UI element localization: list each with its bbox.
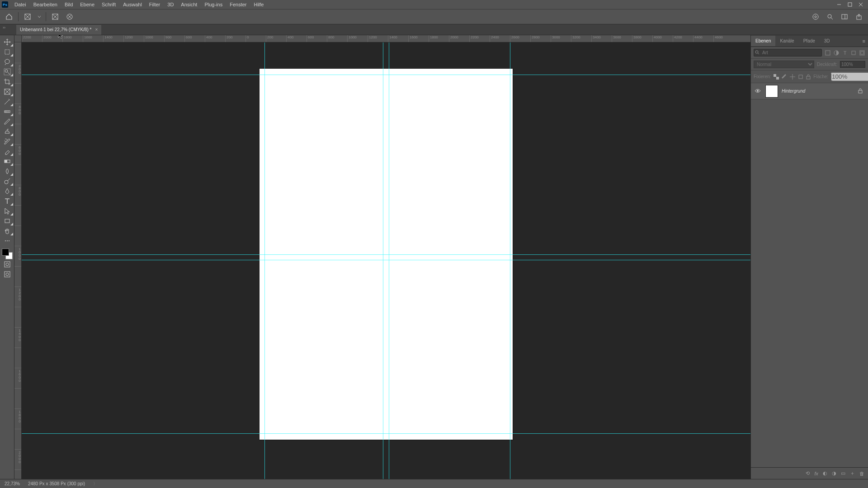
- pen-tool[interactable]: [1, 186, 14, 196]
- filter-pixel-icon[interactable]: [825, 49, 830, 56]
- lock-pixels-icon[interactable]: [782, 73, 787, 80]
- lock-transparent-icon[interactable]: [774, 73, 779, 80]
- frame-option-icon[interactable]: [22, 11, 33, 22]
- frame-option-dropdown-icon[interactable]: [37, 11, 42, 22]
- home-button[interactable]: [4, 11, 14, 22]
- eraser-tool[interactable]: [1, 146, 14, 156]
- menu-plug-ins[interactable]: Plug-ins: [201, 0, 226, 9]
- lock-position-icon[interactable]: [790, 73, 795, 80]
- menu-bearbeiten[interactable]: Bearbeiten: [30, 0, 61, 9]
- layer-thumbnail[interactable]: [765, 85, 778, 98]
- delete-layer-icon[interactable]: 🗑: [859, 471, 864, 476]
- path-select-tool[interactable]: [1, 206, 14, 216]
- filter-text-icon[interactable]: T: [842, 49, 848, 56]
- window-minimize-button[interactable]: [835, 1, 843, 8]
- horizontal-guide[interactable]: [22, 75, 750, 75]
- cloud-docs-icon[interactable]: [810, 11, 821, 22]
- spot-heal-tool[interactable]: [1, 107, 14, 117]
- menu-fenster[interactable]: Fenster: [226, 0, 250, 9]
- lock-icon[interactable]: [858, 88, 865, 94]
- share-icon[interactable]: [854, 11, 864, 22]
- frame-tool[interactable]: [1, 87, 14, 97]
- blur-tool[interactable]: [1, 166, 14, 176]
- clone-stamp-tool[interactable]: [1, 127, 14, 136]
- vertical-guide[interactable]: [510, 42, 510, 479]
- menu-hilfe[interactable]: Hilfe: [250, 0, 267, 9]
- window-maximize-button[interactable]: [846, 1, 854, 8]
- eyedropper-tool[interactable]: [1, 97, 14, 107]
- link-layers-icon[interactable]: ⟲: [806, 470, 810, 476]
- lock-nested-icon[interactable]: [798, 73, 803, 80]
- vertical-ruler[interactable]: 2004006008001000120014001600180020002200: [14, 42, 22, 479]
- workspace-switch-icon[interactable]: [839, 11, 850, 22]
- doc-dimensions[interactable]: 2480 Px x 3508 Px (300 ppi): [28, 481, 85, 486]
- foreground-background-colors[interactable]: [2, 249, 13, 259]
- quick-select-tool[interactable]: [1, 67, 14, 77]
- quick-mask-icon[interactable]: [1, 259, 14, 269]
- horizontal-guide[interactable]: [22, 433, 750, 434]
- close-tab-icon[interactable]: ×: [95, 27, 98, 32]
- move-tool[interactable]: [1, 37, 14, 47]
- menu-schrift[interactable]: Schrift: [98, 0, 119, 9]
- vertical-guide[interactable]: [383, 42, 383, 479]
- gradient-tool[interactable]: [1, 156, 14, 166]
- document-tab[interactable]: Unbenannt-1 bei 22,7% (CMYK/8) * ×: [16, 25, 101, 35]
- tab-paths[interactable]: Pfade: [799, 36, 820, 46]
- ruler-tick: 4400: [693, 35, 713, 42]
- menu-ansicht[interactable]: Ansicht: [177, 0, 201, 9]
- svg-rect-49: [774, 74, 776, 77]
- tab-channels[interactable]: Kanäle: [775, 36, 798, 46]
- fill-field[interactable]: [831, 72, 868, 81]
- menu-filter[interactable]: Filter: [146, 0, 164, 9]
- group-layers-icon[interactable]: ▭: [841, 470, 845, 476]
- menu-3d[interactable]: 3D: [164, 0, 177, 9]
- horizontal-guide[interactable]: [22, 260, 750, 260]
- status-flyout-icon[interactable]: 〉: [93, 481, 98, 487]
- hand-tool[interactable]: [1, 226, 14, 236]
- reveal-panels-icon[interactable]: ››: [3, 25, 5, 30]
- filter-adjust-icon[interactable]: [833, 49, 839, 56]
- horizontal-ruler[interactable]: 2200200018001600140012001000900600400200…: [22, 35, 750, 42]
- adjustment-layer-icon[interactable]: ◑: [832, 470, 836, 476]
- search-icon[interactable]: [825, 11, 835, 22]
- filter-shape-icon[interactable]: [851, 49, 857, 56]
- menu-auswahl[interactable]: Auswahl: [119, 0, 146, 9]
- lasso-tool[interactable]: [1, 57, 14, 67]
- vertical-guide[interactable]: [264, 42, 265, 479]
- frame-alt-option-icon[interactable]: [50, 11, 61, 22]
- vertical-guide[interactable]: [389, 42, 389, 479]
- layer-row[interactable]: Hintergrund: [751, 83, 868, 99]
- visibility-toggle-icon[interactable]: [754, 89, 762, 94]
- new-layer-icon[interactable]: ＋: [850, 470, 855, 477]
- brush-tool[interactable]: [1, 117, 14, 127]
- artboard-tool[interactable]: [1, 47, 14, 57]
- tab-layers[interactable]: Ebenen: [751, 36, 775, 46]
- layer-name[interactable]: Hintergrund: [782, 89, 854, 94]
- history-brush-tool[interactable]: [1, 136, 14, 146]
- layer-mask-icon[interactable]: ◐: [823, 470, 827, 476]
- screen-mode-icon[interactable]: [1, 269, 14, 279]
- horizontal-guide[interactable]: [22, 254, 750, 255]
- lock-all-icon[interactable]: [806, 73, 811, 80]
- text-tool[interactable]: [1, 196, 14, 206]
- window-close-button[interactable]: [857, 1, 864, 8]
- opacity-field[interactable]: [840, 61, 865, 68]
- ruler-tick: 1600: [408, 35, 429, 42]
- layer-fx-icon[interactable]: fx: [814, 471, 818, 476]
- ruler-origin[interactable]: [14, 35, 22, 42]
- dodge-tool[interactable]: [1, 176, 14, 186]
- rectangle-tool[interactable]: [1, 216, 14, 226]
- crop-tool[interactable]: [1, 77, 14, 87]
- tab-3d[interactable]: 3D: [820, 36, 835, 46]
- menu-bild[interactable]: Bild: [61, 0, 76, 9]
- filter-smart-icon[interactable]: [859, 49, 865, 56]
- blend-mode-select[interactable]: Normal: [754, 61, 814, 68]
- menu-ebene[interactable]: Ebene: [76, 0, 98, 9]
- edit-toolbar-icon[interactable]: [1, 236, 14, 246]
- menu-datei[interactable]: Datei: [11, 0, 30, 9]
- canvas-area[interactable]: 2200200018001600140012001000900600400200…: [14, 35, 750, 479]
- cancel-option-icon[interactable]: [64, 11, 75, 22]
- layer-filter-input[interactable]: [754, 49, 822, 56]
- zoom-level[interactable]: 22,73%: [5, 481, 20, 486]
- panel-menu-icon[interactable]: ≡: [860, 38, 868, 44]
